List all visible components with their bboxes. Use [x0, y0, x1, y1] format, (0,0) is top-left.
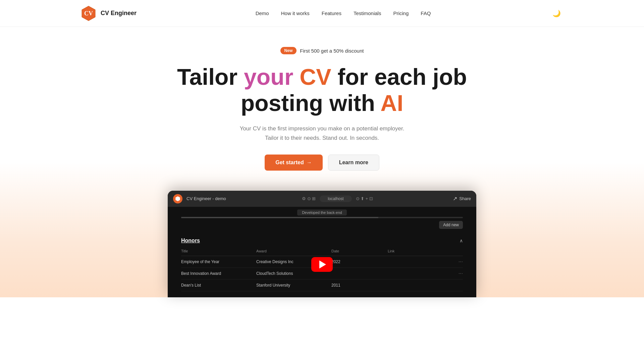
row2-dots-icon[interactable]: ··· — [459, 270, 463, 277]
title-cv: CV — [300, 64, 331, 89]
arrow-icon: → — [307, 160, 312, 166]
row1-dots-icon[interactable]: ··· — [459, 259, 463, 265]
subtitle-line1: Your CV is the first impression you make… — [240, 125, 405, 132]
col-link: Link — [388, 249, 463, 253]
browser-title: CV Engineer - demo — [186, 196, 226, 201]
title-space — [293, 64, 300, 89]
subtitle-line2: Tailor it to their needs. Stand out. In … — [265, 135, 379, 141]
logo-icon: CV — [80, 5, 97, 21]
nav-testimonials[interactable]: Testimonials — [354, 10, 381, 16]
row3-date: 2011 — [331, 283, 388, 288]
add-new-button[interactable]: Add new — [439, 221, 463, 229]
row2-award: CloudTech Solutions — [256, 271, 331, 276]
play-triangle-icon — [319, 260, 326, 268]
logo-text: CV Engineer — [101, 10, 137, 17]
svg-marker-2 — [175, 196, 180, 201]
col-title: Title — [181, 249, 256, 253]
share-button[interactable]: ↗ Share — [453, 195, 471, 202]
badge-text: First 500 get a 50% discount — [300, 48, 364, 54]
browser-right-icons: ⊙ ⬆ + ⊡ — [356, 196, 373, 201]
browser-controls-icons: ⚙ ⊙ ⊞ — [302, 196, 316, 201]
browser-bar: CV Engineer - demo ⚙ ⊙ ⊞ localhost ⊙ ⬆ +… — [168, 191, 476, 207]
demo-video-container: CV Engineer - demo ⚙ ⊙ ⊞ localhost ⊙ ⬆ +… — [168, 191, 476, 297]
hero-title: Tailor your CV for each job posting with… — [177, 64, 467, 116]
share-icon: ↗ — [453, 195, 457, 202]
col-award: Award — [256, 249, 331, 253]
row1-date: 2022 — [331, 259, 388, 264]
learn-more-label: Learn more — [339, 160, 368, 165]
hero-buttons: Get started → Learn more — [265, 155, 379, 171]
nav-right: 🌙 — [550, 7, 564, 20]
table-header: Title Award Date Link — [181, 248, 463, 256]
browser-logo-icon — [173, 194, 182, 203]
svg-text:CV: CV — [84, 10, 93, 17]
dark-mode-button[interactable]: 🌙 — [550, 7, 564, 20]
honors-label: Honors — [181, 238, 200, 244]
progress-bar — [181, 217, 378, 218]
youtube-play-button[interactable] — [311, 257, 333, 272]
col-date: Date — [331, 249, 388, 253]
address-bar[interactable]: localhost — [320, 195, 352, 202]
hero-section: New First 500 get a 50% discount Tailor … — [0, 27, 644, 297]
nav-demo[interactable]: Demo — [256, 10, 269, 16]
row3-award: Stanford University — [256, 283, 331, 288]
row1-title: Employee of the Year — [181, 259, 256, 264]
share-label: Share — [459, 196, 471, 201]
nav-links: Demo How it works Features Testimonials … — [256, 10, 431, 16]
get-started-label: Get started — [275, 160, 304, 166]
nav-faq[interactable]: FAQ — [421, 10, 431, 16]
hero-subtitle: Your CV is the first impression you make… — [240, 124, 405, 142]
nav-pricing[interactable]: Pricing — [393, 10, 409, 16]
logo[interactable]: CV CV Engineer — [80, 5, 137, 21]
title-your: your — [244, 64, 293, 89]
title-posting: posting with — [241, 90, 381, 116]
title-for: for each job — [331, 64, 467, 89]
learn-more-button[interactable]: Learn more — [328, 155, 379, 171]
row2-title: Best Innovation Award — [181, 271, 256, 276]
nav-features[interactable]: Features — [322, 10, 341, 16]
table-row[interactable]: Dean's List Stanford University 2011 — [181, 280, 463, 291]
nav-how-it-works[interactable]: How it works — [281, 10, 310, 16]
honors-collapse-icon[interactable]: ∧ — [460, 238, 463, 243]
row3-title: Dean's List — [181, 283, 256, 288]
youtube-overlay — [311, 257, 333, 272]
honors-section: Honors ∧ Title Award Date Link Employee … — [168, 232, 476, 297]
developed-label: Developed the back-end — [297, 209, 346, 216]
new-badge: New First 500 get a 50% discount — [280, 47, 364, 54]
title-ai: AI — [380, 90, 403, 116]
navbar: CV CV Engineer Demo How it works Feature… — [0, 0, 644, 27]
badge-pill: New — [280, 47, 297, 54]
honors-title-row: Honors ∧ — [181, 238, 463, 244]
title-tailor: Tailor — [177, 64, 244, 89]
get-started-button[interactable]: Get started → — [265, 155, 322, 171]
demo-content: Developed the back-end Add new Honors ∧ … — [168, 207, 476, 297]
